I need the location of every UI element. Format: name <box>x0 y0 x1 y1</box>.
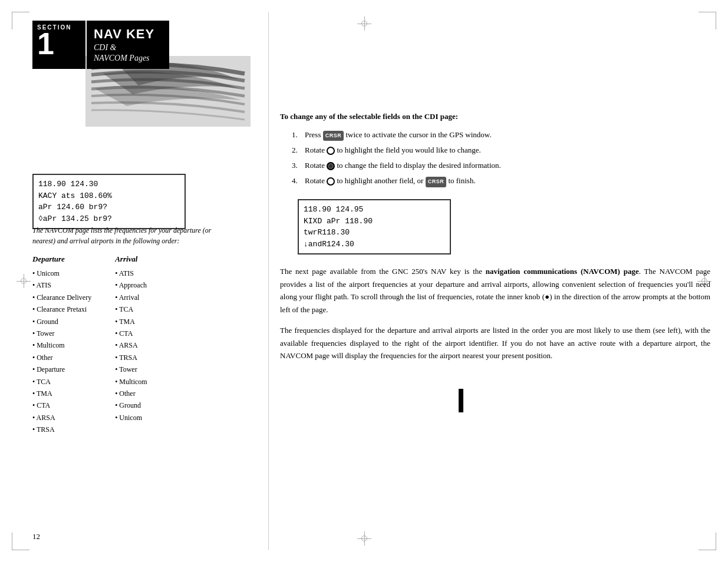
section-box: SECTION 1 <box>32 21 85 69</box>
body-paragraph-2: The frequencies displayed for the depart… <box>280 324 710 362</box>
crosshair-top <box>357 16 371 31</box>
list-item: Arrival <box>115 292 147 303</box>
outer-knob-icon-2 <box>327 147 335 155</box>
list-item: ATIS <box>32 279 91 291</box>
list-item: Clearance Delivery <box>32 292 91 303</box>
gps-display-left: 118.90 124.30 KACY ats 108.60% aPr 124.6… <box>32 174 186 229</box>
list-item: TMA <box>115 316 147 328</box>
list-item: Tower <box>32 328 91 339</box>
list-item: ATIS <box>115 267 147 279</box>
list-item: TRSA <box>115 352 147 363</box>
caption-area: The NAVCOM page lists the frequencies fo… <box>32 225 215 253</box>
arrival-list: ATIS Approach Arrival TCA TMA CTA ARSA T… <box>115 267 147 424</box>
steps-list: 1. Press CRSR twice to activate the curs… <box>292 128 710 187</box>
step-2-text: Rotate to highlight the field you would … <box>305 144 481 157</box>
right-column: To change any of the selectable fields o… <box>280 65 710 370</box>
arrival-column: Arrival ATIS Approach Arrival TCA TMA CT… <box>115 254 147 435</box>
column-divider <box>268 12 269 550</box>
list-item: Multicom <box>32 339 91 351</box>
outer-knob-icon-4 <box>327 177 335 186</box>
list-item: Other <box>32 352 91 363</box>
departure-column: Departure Unicom ATIS Clearance Delivery… <box>32 254 91 435</box>
page-number: 12 <box>32 532 40 541</box>
gps-right-line1: 118.90 124.95 <box>304 204 445 216</box>
list-item: Tower <box>115 363 147 375</box>
list-item: Unicom <box>115 412 147 424</box>
gps-right-line4: ↓andR124.30 <box>304 239 445 250</box>
freq-columns: Departure Unicom ATIS Clearance Delivery… <box>32 254 147 435</box>
list-item: TCA <box>115 303 147 315</box>
list-item: Multicom <box>115 376 147 388</box>
list-item: Other <box>115 388 147 399</box>
list-item: Ground <box>115 399 147 411</box>
step-4-num: 4. <box>292 174 302 187</box>
inner-knob-icon-3 <box>327 162 335 170</box>
gps-left-line3: aPr 124.60 br9? <box>38 201 180 213</box>
step-3-text: Rotate to change the field to display th… <box>305 159 501 172</box>
section-number: 1 <box>37 28 54 59</box>
nav-key-subtitle-line2: NAVCOM Pages <box>94 54 162 63</box>
arrival-title: Arrival <box>115 254 147 264</box>
nav-key-box: NAV KEY CDI & NAVCOM Pages <box>87 21 169 69</box>
nav-key-title: NAV KEY <box>94 27 162 42</box>
corner-mark-tl <box>12 12 29 29</box>
list-item: Departure <box>32 363 91 375</box>
step-4: 4. Rotate to highlight another field, or… <box>292 174 710 187</box>
gps-left-line1: 118.90 124.30 <box>38 178 180 190</box>
gps-left-line4: ◊aPr 134.25 br9? <box>38 213 180 225</box>
list-item: ARSA <box>32 412 91 424</box>
step-4-text: Rotate to highlight another field, or CR… <box>305 174 476 187</box>
list-item: Approach <box>115 279 147 291</box>
step-1-num: 1. <box>292 128 302 141</box>
crosshair-left <box>17 274 31 288</box>
gps-display-right: 118.90 124.95 KIXD aPr 118.90 twrR118.30… <box>298 199 451 254</box>
list-item: CTA <box>32 399 91 411</box>
corner-mark-bl <box>12 533 29 550</box>
list-item: ARSA <box>115 339 147 351</box>
step-2-num: 2. <box>292 144 302 157</box>
list-item: CTA <box>115 328 147 339</box>
body-paragraph-1: The next page available from the GNC 250… <box>280 265 710 316</box>
step-2: 2. Rotate to highlight the field you wou… <box>292 144 710 157</box>
instructions-heading: To change any of the selectable fields o… <box>280 112 710 121</box>
step-3-num: 3. <box>292 159 302 172</box>
section-bar <box>459 389 463 412</box>
list-item: TMA <box>32 388 91 399</box>
corner-mark-br <box>699 533 716 550</box>
caption-text: The NAVCOM page lists the frequencies fo… <box>32 225 215 246</box>
gps-screen-right-container: 118.90 124.95 KIXD aPr 118.90 twrR118.30… <box>298 199 710 254</box>
crsr-badge-1: CRSR <box>323 131 344 141</box>
gps-right-line3: twrR118.30 <box>304 227 445 239</box>
list-item: Ground <box>32 316 91 328</box>
departure-list: Unicom ATIS Clearance Delivery Clearance… <box>32 267 91 435</box>
step-3: 3. Rotate to change the field to display… <box>292 159 710 172</box>
nav-key-subtitle-line1: CDI & <box>94 43 162 52</box>
crosshair-bottom <box>357 531 371 546</box>
list-item: TCA <box>32 376 91 388</box>
list-item: Unicom <box>32 267 91 279</box>
list-item: TRSA <box>32 424 91 435</box>
step-1: 1. Press CRSR twice to activate the curs… <box>292 128 710 141</box>
corner-mark-tr <box>699 12 716 29</box>
crsr-badge-4: CRSR <box>426 177 447 187</box>
gps-right-line2: KIXD aPr 118.90 <box>304 216 445 227</box>
gps-left-line2: KACY ats 108.60% <box>38 190 180 202</box>
section-header: SECTION 1 NAV KEY CDI & NAVCOM Pages <box>32 21 251 121</box>
step-1-text: Press CRSR twice to activate the cursor … <box>305 128 492 141</box>
list-item: Clearance Pretaxi <box>32 303 91 315</box>
departure-title: Departure <box>32 254 91 264</box>
